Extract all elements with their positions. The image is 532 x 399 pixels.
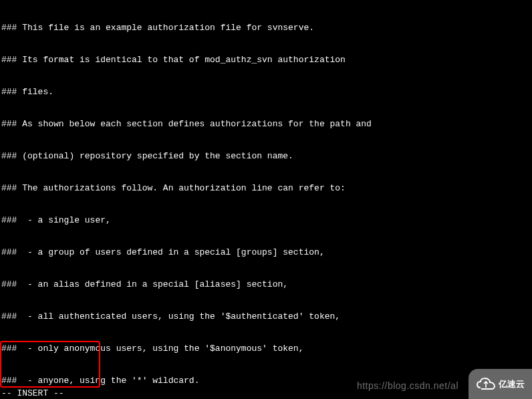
file-line: ### The authorizations follow. An author… <box>1 183 532 194</box>
file-line: ### This file is an example authorizatio… <box>1 23 532 33</box>
vim-status-line: -- INSERT -- <box>1 388 64 399</box>
file-line: ### - all authenticated users, using the… <box>1 311 532 322</box>
file-line: ### (optional) repository specified by t… <box>1 151 532 162</box>
cloud-icon <box>476 377 496 392</box>
logo-badge: 亿速云 <box>469 369 532 399</box>
file-line: ### - only anonymous users, using the '$… <box>1 344 532 354</box>
watermark-url: https://blog.csdn.net/al <box>357 380 458 391</box>
file-line: ### - an alias defined in a special [ali… <box>1 279 532 290</box>
file-line: ### Its format is identical to that of m… <box>1 55 532 65</box>
logo-text: 亿速云 <box>499 379 525 390</box>
terminal-content[interactable]: ### This file is an example authorizatio… <box>1 1 532 399</box>
file-line: ### As shown below each section defines … <box>1 119 532 130</box>
file-line: ### - a group of users defined in a spec… <box>1 247 532 258</box>
file-line: ### - a single user, <box>1 215 532 226</box>
file-line: ### files. <box>1 87 532 98</box>
